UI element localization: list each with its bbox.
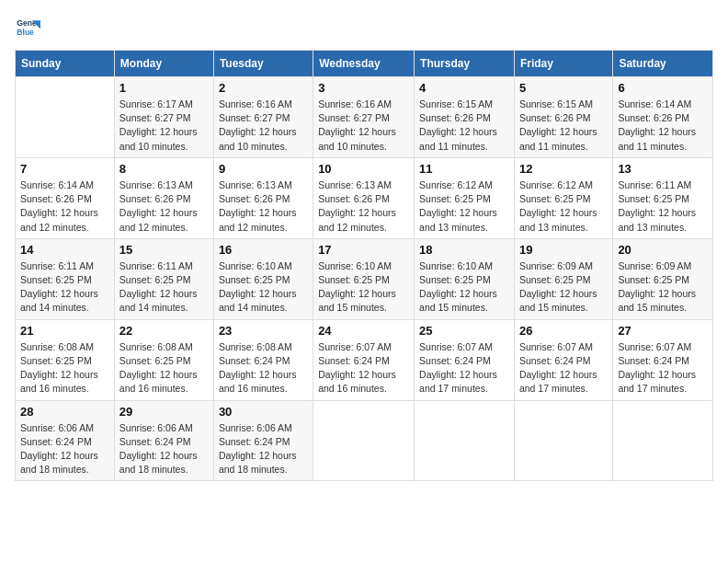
day-number: 10 — [318, 162, 409, 176]
day-info: Sunrise: 6:10 AM Sunset: 6:25 PM Dayligh… — [419, 259, 509, 316]
day-number: 30 — [219, 405, 308, 419]
day-number: 12 — [519, 162, 608, 176]
calendar-cell: 3Sunrise: 6:16 AM Sunset: 6:27 PM Daylig… — [313, 77, 415, 158]
calendar-cell: 1Sunrise: 6:17 AM Sunset: 6:27 PM Daylig… — [114, 77, 213, 158]
day-number: 5 — [519, 81, 608, 95]
calendar-cell — [415, 400, 515, 481]
calendar-cell: 12Sunrise: 6:12 AM Sunset: 6:25 PM Dayli… — [514, 157, 612, 238]
calendar-cell: 11Sunrise: 6:12 AM Sunset: 6:25 PM Dayli… — [415, 157, 515, 238]
weekday-header-friday: Friday — [514, 51, 612, 77]
weekday-header-saturday: Saturday — [613, 51, 713, 77]
day-number: 25 — [419, 324, 509, 338]
header: General Blue — [15, 15, 713, 40]
calendar-cell — [613, 400, 713, 481]
day-info: Sunrise: 6:15 AM Sunset: 6:26 PM Dayligh… — [519, 98, 608, 154]
day-number: 15 — [119, 243, 209, 257]
day-number: 17 — [318, 243, 409, 257]
day-number: 6 — [618, 81, 708, 95]
calendar-cell — [514, 400, 612, 481]
weekday-header-monday: Monday — [114, 51, 213, 77]
day-info: Sunrise: 6:08 AM Sunset: 6:25 PM Dayligh… — [20, 340, 109, 396]
calendar-cell: 24Sunrise: 6:07 AM Sunset: 6:24 PM Dayli… — [313, 319, 415, 400]
calendar-cell: 9Sunrise: 6:13 AM Sunset: 6:26 PM Daylig… — [213, 157, 313, 238]
day-info: Sunrise: 6:11 AM Sunset: 6:25 PM Dayligh… — [20, 259, 109, 316]
day-number: 13 — [618, 162, 708, 176]
calendar-week-row: 14Sunrise: 6:11 AM Sunset: 6:25 PM Dayli… — [16, 238, 713, 319]
day-info: Sunrise: 6:12 AM Sunset: 6:25 PM Dayligh… — [519, 178, 608, 235]
logo-icon: General Blue — [15, 15, 40, 40]
day-number: 23 — [219, 324, 308, 338]
day-number: 14 — [20, 243, 109, 257]
calendar-cell: 7Sunrise: 6:14 AM Sunset: 6:26 PM Daylig… — [16, 157, 115, 238]
weekday-header-tuesday: Tuesday — [213, 51, 313, 77]
day-info: Sunrise: 6:06 AM Sunset: 6:24 PM Dayligh… — [20, 421, 109, 477]
calendar-week-row: 28Sunrise: 6:06 AM Sunset: 6:24 PM Dayli… — [16, 400, 713, 481]
calendar-cell: 22Sunrise: 6:08 AM Sunset: 6:25 PM Dayli… — [114, 319, 213, 400]
calendar-cell: 14Sunrise: 6:11 AM Sunset: 6:25 PM Dayli… — [16, 238, 115, 319]
calendar-cell: 5Sunrise: 6:15 AM Sunset: 6:26 PM Daylig… — [514, 77, 612, 158]
calendar-cell: 2Sunrise: 6:16 AM Sunset: 6:27 PM Daylig… — [213, 77, 313, 158]
day-number: 27 — [618, 324, 708, 338]
day-info: Sunrise: 6:13 AM Sunset: 6:26 PM Dayligh… — [318, 178, 409, 235]
calendar-cell — [313, 400, 415, 481]
day-number: 3 — [318, 81, 409, 95]
day-info: Sunrise: 6:10 AM Sunset: 6:25 PM Dayligh… — [219, 259, 308, 316]
day-info: Sunrise: 6:08 AM Sunset: 6:24 PM Dayligh… — [219, 340, 308, 396]
day-info: Sunrise: 6:14 AM Sunset: 6:26 PM Dayligh… — [20, 178, 109, 235]
calendar-cell: 29Sunrise: 6:06 AM Sunset: 6:24 PM Dayli… — [114, 400, 213, 481]
calendar-cell: 19Sunrise: 6:09 AM Sunset: 6:25 PM Dayli… — [514, 238, 612, 319]
calendar-cell: 6Sunrise: 6:14 AM Sunset: 6:26 PM Daylig… — [613, 77, 713, 158]
weekday-header-sunday: Sunday — [16, 51, 115, 77]
day-info: Sunrise: 6:07 AM Sunset: 6:24 PM Dayligh… — [318, 340, 409, 396]
day-number: 8 — [119, 162, 209, 176]
svg-text:Blue: Blue — [17, 28, 34, 37]
day-info: Sunrise: 6:08 AM Sunset: 6:25 PM Dayligh… — [119, 340, 209, 396]
day-number: 18 — [419, 243, 509, 257]
day-number: 19 — [519, 243, 608, 257]
day-info: Sunrise: 6:07 AM Sunset: 6:24 PM Dayligh… — [618, 340, 708, 396]
day-number: 7 — [20, 162, 109, 176]
day-number: 28 — [20, 405, 109, 419]
calendar-cell: 26Sunrise: 6:07 AM Sunset: 6:24 PM Dayli… — [514, 319, 612, 400]
day-info: Sunrise: 6:06 AM Sunset: 6:24 PM Dayligh… — [219, 421, 308, 477]
day-info: Sunrise: 6:16 AM Sunset: 6:27 PM Dayligh… — [318, 98, 409, 154]
day-number: 1 — [119, 81, 209, 95]
day-info: Sunrise: 6:06 AM Sunset: 6:24 PM Dayligh… — [119, 421, 209, 477]
calendar-cell: 17Sunrise: 6:10 AM Sunset: 6:25 PM Dayli… — [313, 238, 415, 319]
day-info: Sunrise: 6:16 AM Sunset: 6:27 PM Dayligh… — [219, 98, 308, 154]
day-info: Sunrise: 6:10 AM Sunset: 6:25 PM Dayligh… — [318, 259, 409, 316]
calendar-cell: 20Sunrise: 6:09 AM Sunset: 6:25 PM Dayli… — [613, 238, 713, 319]
calendar-cell: 15Sunrise: 6:11 AM Sunset: 6:25 PM Dayli… — [114, 238, 213, 319]
day-info: Sunrise: 6:07 AM Sunset: 6:24 PM Dayligh… — [419, 340, 509, 396]
day-info: Sunrise: 6:14 AM Sunset: 6:26 PM Dayligh… — [618, 98, 708, 154]
calendar-cell: 28Sunrise: 6:06 AM Sunset: 6:24 PM Dayli… — [16, 400, 115, 481]
calendar-table: SundayMondayTuesdayWednesdayThursdayFrid… — [15, 50, 713, 481]
calendar-cell: 16Sunrise: 6:10 AM Sunset: 6:25 PM Dayli… — [213, 238, 313, 319]
day-number: 26 — [519, 324, 608, 338]
calendar-week-row: 21Sunrise: 6:08 AM Sunset: 6:25 PM Dayli… — [16, 319, 713, 400]
day-info: Sunrise: 6:09 AM Sunset: 6:25 PM Dayligh… — [618, 259, 708, 316]
day-info: Sunrise: 6:17 AM Sunset: 6:27 PM Dayligh… — [119, 98, 209, 154]
day-number: 20 — [618, 243, 708, 257]
day-number: 9 — [219, 162, 308, 176]
day-number: 16 — [219, 243, 308, 257]
day-number: 2 — [219, 81, 308, 95]
day-info: Sunrise: 6:11 AM Sunset: 6:25 PM Dayligh… — [119, 259, 209, 316]
calendar-week-row: 1Sunrise: 6:17 AM Sunset: 6:27 PM Daylig… — [16, 77, 713, 158]
weekday-header-wednesday: Wednesday — [313, 51, 415, 77]
calendar-cell: 21Sunrise: 6:08 AM Sunset: 6:25 PM Dayli… — [16, 319, 115, 400]
calendar-cell: 25Sunrise: 6:07 AM Sunset: 6:24 PM Dayli… — [415, 319, 515, 400]
calendar-week-row: 7Sunrise: 6:14 AM Sunset: 6:26 PM Daylig… — [16, 157, 713, 238]
day-info: Sunrise: 6:07 AM Sunset: 6:24 PM Dayligh… — [519, 340, 608, 396]
day-info: Sunrise: 6:13 AM Sunset: 6:26 PM Dayligh… — [119, 178, 209, 235]
day-info: Sunrise: 6:12 AM Sunset: 6:25 PM Dayligh… — [419, 178, 509, 235]
day-info: Sunrise: 6:09 AM Sunset: 6:25 PM Dayligh… — [519, 259, 608, 316]
calendar-cell: 4Sunrise: 6:15 AM Sunset: 6:26 PM Daylig… — [415, 77, 515, 158]
day-number: 4 — [419, 81, 509, 95]
calendar-cell: 10Sunrise: 6:13 AM Sunset: 6:26 PM Dayli… — [313, 157, 415, 238]
calendar-cell: 27Sunrise: 6:07 AM Sunset: 6:24 PM Dayli… — [613, 319, 713, 400]
day-info: Sunrise: 6:11 AM Sunset: 6:25 PM Dayligh… — [618, 178, 708, 235]
day-number: 24 — [318, 324, 409, 338]
day-number: 11 — [419, 162, 509, 176]
day-number: 29 — [119, 405, 209, 419]
